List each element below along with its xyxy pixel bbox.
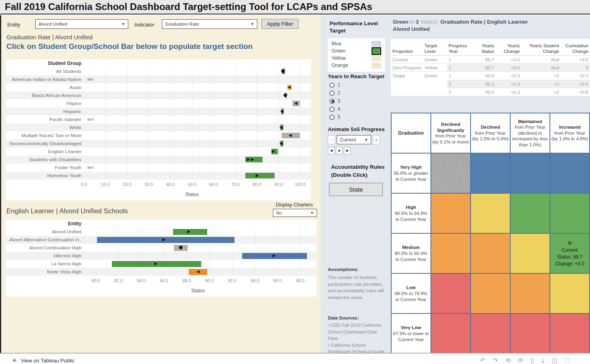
student-group-row: Students with Disabilities	[6, 156, 311, 164]
step-back-icon[interactable]: ◀	[328, 147, 335, 154]
table-cell: Target	[391, 72, 423, 80]
student-group-row: Black/ African American	[6, 91, 311, 99]
table-cell: 89.7	[472, 64, 496, 71]
entity-dropdown[interactable]: Alvord Unified ▼	[35, 19, 128, 29]
table-cell: 90.3	[472, 80, 496, 88]
legend-item-green[interactable]: Green	[331, 47, 381, 55]
grid-row-label: Very High95.0% or greater in Current Yea…	[391, 153, 431, 193]
school-row: La Sierra High	[6, 260, 317, 268]
years-radio-2[interactable]: 2	[329, 89, 340, 97]
legend-swatch	[372, 47, 381, 55]
grid-cell-orange	[510, 273, 550, 313]
redo-icon[interactable]: ↷	[493, 357, 498, 364]
table-cell: Green	[423, 72, 447, 80]
projection-header-segment: in	[408, 19, 416, 25]
student-group-row: Hispanic	[6, 107, 311, 115]
axis-tick: 20.0	[123, 182, 131, 187]
legend-item-yellow[interactable]: Yellow	[331, 55, 381, 62]
reset-icon[interactable]: ⟲	[505, 357, 511, 364]
row-label: Multiple Races/ Two or More	[6, 131, 84, 140]
table-row: 390.5+0.3+2+0.8	[391, 88, 590, 96]
projection-header: Green in 3 Year(s): Graduation Rate | En…	[393, 18, 528, 33]
grid-row: Very High95.0% or greater in Current Yea…	[391, 153, 590, 193]
projection-header-segment: Graduation Rate | English Learner	[440, 19, 528, 25]
right-arrow-icon	[162, 238, 166, 241]
years-radio-5[interactable]: 5	[329, 113, 340, 121]
status-bar[interactable]	[97, 237, 234, 243]
grid-column-header: Increasedfrom Prior Year (by 1.0% to 4.9…	[550, 113, 590, 153]
fullscreen-icon[interactable]: ⛶	[565, 357, 570, 364]
years-to-target-radios: 12345	[329, 81, 340, 121]
axis-tick: 86.0	[160, 278, 168, 283]
stop-icon[interactable]: ■	[336, 147, 343, 154]
five-by-five-grid: GraduationDeclined Significantlyfrom Pri…	[391, 113, 590, 354]
left-arrow-icon	[279, 142, 283, 145]
axis-tick: 90.0	[205, 278, 214, 283]
view-on-tableau-link[interactable]: View on Tableau Public	[21, 358, 75, 364]
assumptions-title: Assumptions:	[328, 267, 359, 272]
radio-icon	[329, 107, 335, 112]
x-marker-icon: ✕	[551, 240, 588, 247]
animate-media-controls: ◀■▶	[328, 147, 351, 154]
grid-row-label: Low68.0% to 79.9% in Current Year	[391, 273, 431, 313]
refresh-icon[interactable]: ⟳	[518, 357, 523, 364]
years-radio-4[interactable]: 4	[329, 105, 340, 113]
student-group-row: All Students	[6, 67, 311, 75]
legend-label: Blue	[331, 41, 372, 47]
animate-dropdown[interactable]: Current ▼	[337, 135, 371, 144]
share-icon[interactable]: ◫	[552, 357, 558, 364]
table-cell: Current	[391, 56, 423, 63]
projection-entity: Alvord Unified	[393, 26, 528, 33]
legend-item-blue[interactable]: Blue	[331, 40, 381, 47]
projection-header-segment: 3	[416, 19, 419, 25]
performance-level-title: Performance Level Target	[329, 20, 378, 34]
grid-row: Very Low67.9% or lower in Current Year	[391, 313, 590, 354]
table-cell: 1	[447, 64, 472, 71]
school-row: Alvord Continuation High	[6, 244, 317, 252]
grid-cell-green	[550, 193, 590, 233]
play-icon[interactable]: ▶	[344, 147, 351, 154]
axis-title: Status	[185, 192, 199, 197]
table-cell	[423, 80, 447, 88]
download-icon[interactable]: ⤓	[542, 357, 545, 364]
state-button[interactable]: State	[329, 183, 383, 196]
table-cell: 1	[447, 72, 472, 80]
apply-filter-button[interactable]: Apply Filter	[261, 19, 299, 29]
years-radio-1[interactable]: 1	[329, 81, 340, 89]
pause-icon[interactable]: ▯	[531, 357, 534, 364]
group-header: Entity	[6, 220, 84, 228]
grid-cell-red	[431, 273, 471, 313]
status-bar[interactable]	[245, 173, 275, 178]
student-group-row: White	[6, 123, 311, 131]
grid-cell-red	[431, 313, 471, 354]
table-cell: 90.0	[472, 72, 496, 80]
row-label: Socioeconomically Disadvantaged	[6, 140, 84, 148]
indicator-dropdown[interactable]: Graduation Rate ▼	[162, 19, 257, 29]
axis-tick: 0.0	[81, 182, 87, 187]
table-cell: Yellow	[423, 64, 447, 71]
undo-icon[interactable]: ↶	[480, 357, 485, 364]
legend-item-orange[interactable]: Orange	[331, 62, 381, 69]
grid-cell-yellow	[550, 273, 590, 313]
table-cell: Null	[521, 64, 561, 71]
table-cell: 89.7	[472, 56, 496, 63]
display-charters-dropdown[interactable]: No ▼	[273, 209, 317, 217]
row-label: All Students	[6, 67, 84, 75]
animate-prev-button[interactable]: <	[328, 135, 335, 144]
radio-icon	[329, 91, 335, 96]
data-source-item: • CDE Fall 2019 California School Dashbo…	[328, 322, 387, 342]
grid-header-row: GraduationDeclined Significantlyfrom Pri…	[391, 113, 590, 153]
chevron-down-icon: ▼	[364, 138, 368, 142]
column-header: Yearly StudentChange	[521, 39, 561, 55]
column-header: TargetLevel	[423, 39, 447, 55]
grid-cell-red	[471, 313, 510, 354]
table-cell: 90.5	[472, 88, 496, 96]
grid-cell-green: ✕CurrentStatus: 89.7Change: +3.0	[550, 233, 590, 273]
axis-tick: 50.0	[188, 182, 196, 187]
entity-dropdown-value: Alvord Unified	[38, 22, 67, 26]
row-label: Filipino	[6, 99, 84, 107]
years-radio-3[interactable]: 3	[329, 97, 340, 105]
axis-tick: 30.0	[144, 182, 153, 187]
animate-next-button[interactable]: >	[373, 135, 380, 144]
display-charters-value: No	[276, 210, 282, 215]
